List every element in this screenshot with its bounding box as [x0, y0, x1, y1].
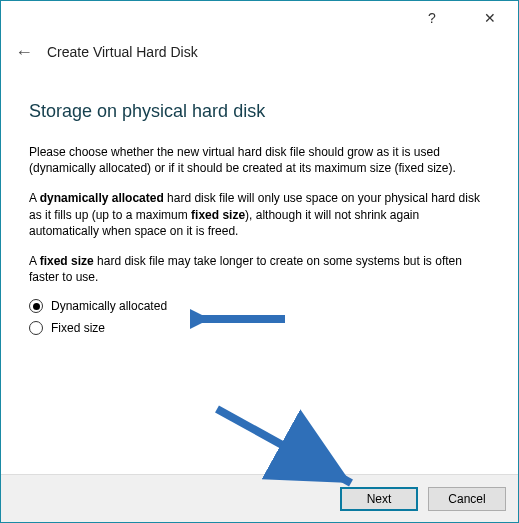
help-icon: ? — [428, 10, 436, 26]
radio-dynamically-allocated[interactable]: Dynamically allocated — [29, 299, 490, 313]
bold-text: fixed size — [40, 254, 94, 268]
wizard-title: Create Virtual Hard Disk — [47, 44, 198, 60]
close-icon: ✕ — [484, 10, 496, 26]
bold-text: dynamically allocated — [40, 191, 164, 205]
button-label: Cancel — [448, 492, 485, 506]
radio-label: Fixed size — [51, 321, 105, 335]
bold-text: fixed size — [191, 208, 245, 222]
back-arrow-icon: ← — [15, 42, 33, 63]
header: ← Create Virtual Hard Disk — [1, 35, 518, 73]
titlebar: ? ✕ — [1, 1, 518, 35]
footer: Next Cancel — [1, 474, 518, 522]
dynamic-paragraph: A dynamically allocated hard disk file w… — [29, 190, 490, 239]
text: hard disk file may take longer to create… — [29, 254, 462, 284]
help-button[interactable]: ? — [412, 4, 452, 32]
close-button[interactable]: ✕ — [470, 4, 510, 32]
radio-icon — [29, 321, 43, 335]
section-heading: Storage on physical hard disk — [29, 101, 490, 122]
next-button[interactable]: Next — [340, 487, 418, 511]
text: A — [29, 254, 40, 268]
radio-inner-dot — [33, 303, 40, 310]
text: A — [29, 191, 40, 205]
content-area: Storage on physical hard disk Please cho… — [1, 73, 518, 474]
button-label: Next — [367, 492, 392, 506]
radio-icon — [29, 299, 43, 313]
radio-label: Dynamically allocated — [51, 299, 167, 313]
intro-paragraph: Please choose whether the new virtual ha… — [29, 144, 490, 176]
back-button[interactable]: ← — [13, 41, 35, 63]
radio-fixed-size[interactable]: Fixed size — [29, 321, 490, 335]
fixed-paragraph: A fixed size hard disk file may take lon… — [29, 253, 490, 285]
dialog-window: ? ✕ ← Create Virtual Hard Disk Storage o… — [0, 0, 519, 523]
cancel-button[interactable]: Cancel — [428, 487, 506, 511]
